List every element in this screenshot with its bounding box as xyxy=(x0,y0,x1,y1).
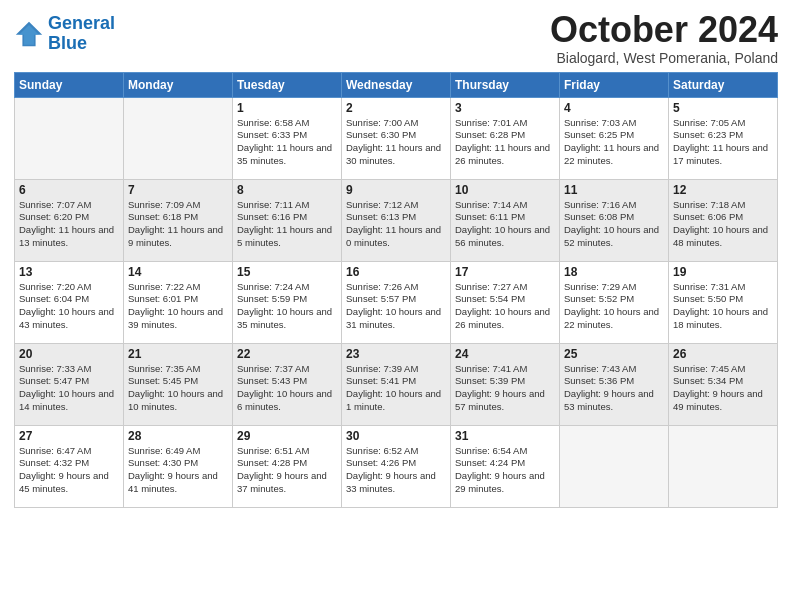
day-number: 1 xyxy=(237,101,337,115)
day-header-wednesday: Wednesday xyxy=(342,72,451,97)
cell-info: Sunrise: 7:03 AMSunset: 6:25 PMDaylight:… xyxy=(564,117,664,168)
calendar-cell xyxy=(560,425,669,507)
day-number: 4 xyxy=(564,101,664,115)
week-row-4: 20Sunrise: 7:33 AMSunset: 5:47 PMDayligh… xyxy=(15,343,778,425)
calendar-cell: 8Sunrise: 7:11 AMSunset: 6:16 PMDaylight… xyxy=(233,179,342,261)
calendar-cell: 14Sunrise: 7:22 AMSunset: 6:01 PMDayligh… xyxy=(124,261,233,343)
cell-info: Sunrise: 6:51 AMSunset: 4:28 PMDaylight:… xyxy=(237,445,337,496)
day-number: 8 xyxy=(237,183,337,197)
calendar-cell: 23Sunrise: 7:39 AMSunset: 5:41 PMDayligh… xyxy=(342,343,451,425)
day-number: 28 xyxy=(128,429,228,443)
cell-info: Sunrise: 7:43 AMSunset: 5:36 PMDaylight:… xyxy=(564,363,664,414)
location-subtitle: Bialogard, West Pomerania, Poland xyxy=(550,50,778,66)
calendar-cell: 22Sunrise: 7:37 AMSunset: 5:43 PMDayligh… xyxy=(233,343,342,425)
cell-info: Sunrise: 7:01 AMSunset: 6:28 PMDaylight:… xyxy=(455,117,555,168)
day-header-tuesday: Tuesday xyxy=(233,72,342,97)
calendar-cell: 28Sunrise: 6:49 AMSunset: 4:30 PMDayligh… xyxy=(124,425,233,507)
calendar-cell: 12Sunrise: 7:18 AMSunset: 6:06 PMDayligh… xyxy=(669,179,778,261)
day-number: 17 xyxy=(455,265,555,279)
calendar-cell: 25Sunrise: 7:43 AMSunset: 5:36 PMDayligh… xyxy=(560,343,669,425)
day-header-friday: Friday xyxy=(560,72,669,97)
day-number: 12 xyxy=(673,183,773,197)
day-number: 2 xyxy=(346,101,446,115)
day-number: 24 xyxy=(455,347,555,361)
calendar-cell: 9Sunrise: 7:12 AMSunset: 6:13 PMDaylight… xyxy=(342,179,451,261)
week-row-3: 13Sunrise: 7:20 AMSunset: 6:04 PMDayligh… xyxy=(15,261,778,343)
calendar-cell: 16Sunrise: 7:26 AMSunset: 5:57 PMDayligh… xyxy=(342,261,451,343)
day-number: 19 xyxy=(673,265,773,279)
calendar-cell: 3Sunrise: 7:01 AMSunset: 6:28 PMDaylight… xyxy=(451,97,560,179)
day-number: 10 xyxy=(455,183,555,197)
calendar-cell: 20Sunrise: 7:33 AMSunset: 5:47 PMDayligh… xyxy=(15,343,124,425)
week-row-1: 1Sunrise: 6:58 AMSunset: 6:33 PMDaylight… xyxy=(15,97,778,179)
day-number: 22 xyxy=(237,347,337,361)
day-number: 29 xyxy=(237,429,337,443)
calendar-cell: 19Sunrise: 7:31 AMSunset: 5:50 PMDayligh… xyxy=(669,261,778,343)
day-number: 9 xyxy=(346,183,446,197)
cell-info: Sunrise: 7:14 AMSunset: 6:11 PMDaylight:… xyxy=(455,199,555,250)
day-number: 16 xyxy=(346,265,446,279)
cell-info: Sunrise: 6:54 AMSunset: 4:24 PMDaylight:… xyxy=(455,445,555,496)
cell-info: Sunrise: 7:45 AMSunset: 5:34 PMDaylight:… xyxy=(673,363,773,414)
calendar-cell: 6Sunrise: 7:07 AMSunset: 6:20 PMDaylight… xyxy=(15,179,124,261)
calendar-cell xyxy=(669,425,778,507)
calendar-cell: 21Sunrise: 7:35 AMSunset: 5:45 PMDayligh… xyxy=(124,343,233,425)
calendar-cell: 26Sunrise: 7:45 AMSunset: 5:34 PMDayligh… xyxy=(669,343,778,425)
cell-info: Sunrise: 7:11 AMSunset: 6:16 PMDaylight:… xyxy=(237,199,337,250)
cell-info: Sunrise: 7:09 AMSunset: 6:18 PMDaylight:… xyxy=(128,199,228,250)
calendar-cell: 17Sunrise: 7:27 AMSunset: 5:54 PMDayligh… xyxy=(451,261,560,343)
day-number: 31 xyxy=(455,429,555,443)
calendar-cell xyxy=(15,97,124,179)
cell-info: Sunrise: 7:12 AMSunset: 6:13 PMDaylight:… xyxy=(346,199,446,250)
calendar-cell: 5Sunrise: 7:05 AMSunset: 6:23 PMDaylight… xyxy=(669,97,778,179)
day-number: 3 xyxy=(455,101,555,115)
cell-info: Sunrise: 7:35 AMSunset: 5:45 PMDaylight:… xyxy=(128,363,228,414)
cell-info: Sunrise: 7:00 AMSunset: 6:30 PMDaylight:… xyxy=(346,117,446,168)
logo-icon xyxy=(14,20,44,48)
cell-info: Sunrise: 7:16 AMSunset: 6:08 PMDaylight:… xyxy=(564,199,664,250)
cell-info: Sunrise: 7:31 AMSunset: 5:50 PMDaylight:… xyxy=(673,281,773,332)
day-header-row: SundayMondayTuesdayWednesdayThursdayFrid… xyxy=(15,72,778,97)
calendar-cell: 2Sunrise: 7:00 AMSunset: 6:30 PMDaylight… xyxy=(342,97,451,179)
cell-info: Sunrise: 7:39 AMSunset: 5:41 PMDaylight:… xyxy=(346,363,446,414)
calendar-cell: 27Sunrise: 6:47 AMSunset: 4:32 PMDayligh… xyxy=(15,425,124,507)
day-number: 13 xyxy=(19,265,119,279)
calendar-table: SundayMondayTuesdayWednesdayThursdayFrid… xyxy=(14,72,778,508)
calendar-cell: 11Sunrise: 7:16 AMSunset: 6:08 PMDayligh… xyxy=(560,179,669,261)
calendar-cell: 18Sunrise: 7:29 AMSunset: 5:52 PMDayligh… xyxy=(560,261,669,343)
day-number: 14 xyxy=(128,265,228,279)
day-number: 20 xyxy=(19,347,119,361)
week-row-5: 27Sunrise: 6:47 AMSunset: 4:32 PMDayligh… xyxy=(15,425,778,507)
day-number: 23 xyxy=(346,347,446,361)
calendar-cell: 4Sunrise: 7:03 AMSunset: 6:25 PMDaylight… xyxy=(560,97,669,179)
calendar-cell: 29Sunrise: 6:51 AMSunset: 4:28 PMDayligh… xyxy=(233,425,342,507)
title-block: October 2024 Bialogard, West Pomerania, … xyxy=(550,10,778,66)
calendar-cell xyxy=(124,97,233,179)
header: General Blue October 2024 Bialogard, Wes… xyxy=(14,10,778,66)
day-number: 18 xyxy=(564,265,664,279)
calendar-cell: 30Sunrise: 6:52 AMSunset: 4:26 PMDayligh… xyxy=(342,425,451,507)
cell-info: Sunrise: 7:27 AMSunset: 5:54 PMDaylight:… xyxy=(455,281,555,332)
cell-info: Sunrise: 6:52 AMSunset: 4:26 PMDaylight:… xyxy=(346,445,446,496)
day-header-saturday: Saturday xyxy=(669,72,778,97)
day-header-monday: Monday xyxy=(124,72,233,97)
month-title: October 2024 xyxy=(550,10,778,50)
cell-info: Sunrise: 6:58 AMSunset: 6:33 PMDaylight:… xyxy=(237,117,337,168)
cell-info: Sunrise: 7:37 AMSunset: 5:43 PMDaylight:… xyxy=(237,363,337,414)
logo: General Blue xyxy=(14,10,115,54)
calendar-cell: 10Sunrise: 7:14 AMSunset: 6:11 PMDayligh… xyxy=(451,179,560,261)
cell-info: Sunrise: 7:24 AMSunset: 5:59 PMDaylight:… xyxy=(237,281,337,332)
day-number: 30 xyxy=(346,429,446,443)
logo-text: General Blue xyxy=(48,14,115,54)
day-number: 7 xyxy=(128,183,228,197)
cell-info: Sunrise: 7:07 AMSunset: 6:20 PMDaylight:… xyxy=(19,199,119,250)
cell-info: Sunrise: 7:05 AMSunset: 6:23 PMDaylight:… xyxy=(673,117,773,168)
day-number: 26 xyxy=(673,347,773,361)
cell-info: Sunrise: 7:26 AMSunset: 5:57 PMDaylight:… xyxy=(346,281,446,332)
cell-info: Sunrise: 6:49 AMSunset: 4:30 PMDaylight:… xyxy=(128,445,228,496)
day-number: 11 xyxy=(564,183,664,197)
day-number: 25 xyxy=(564,347,664,361)
calendar-cell: 13Sunrise: 7:20 AMSunset: 6:04 PMDayligh… xyxy=(15,261,124,343)
cell-info: Sunrise: 7:29 AMSunset: 5:52 PMDaylight:… xyxy=(564,281,664,332)
calendar-cell: 15Sunrise: 7:24 AMSunset: 5:59 PMDayligh… xyxy=(233,261,342,343)
